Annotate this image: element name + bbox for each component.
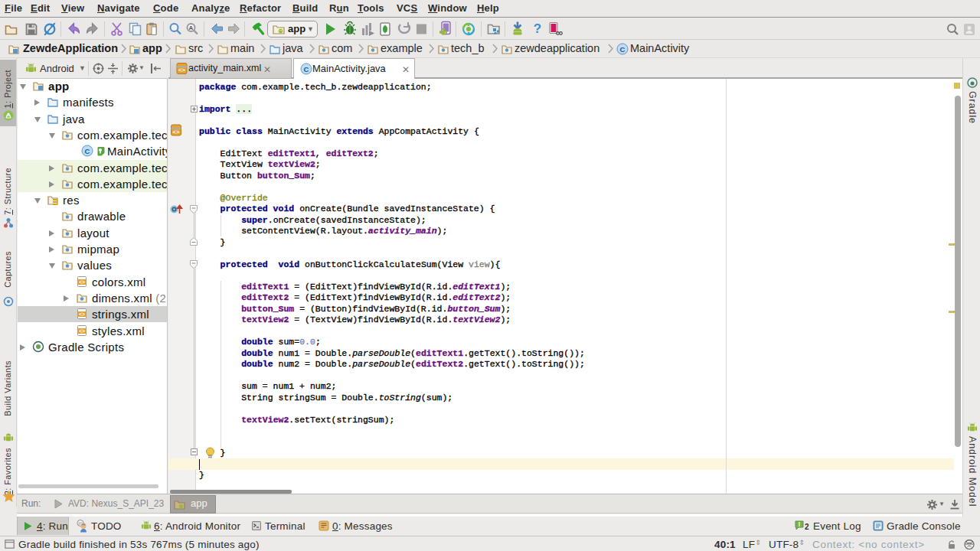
svg-text:?: ?: [534, 21, 541, 36]
svg-text:<>: <>: [173, 129, 180, 135]
svg-text:<>: <>: [79, 328, 85, 333]
svg-text:<>: <>: [79, 279, 85, 284]
svg-text:<>: <>: [178, 67, 185, 73]
svg-text:<>: <>: [79, 311, 85, 317]
svg-text:C: C: [304, 65, 309, 73]
svg-text:A: A: [189, 24, 194, 31]
svg-text:C: C: [620, 45, 626, 54]
svg-text:!: !: [799, 520, 801, 528]
svg-text:C: C: [85, 147, 90, 155]
